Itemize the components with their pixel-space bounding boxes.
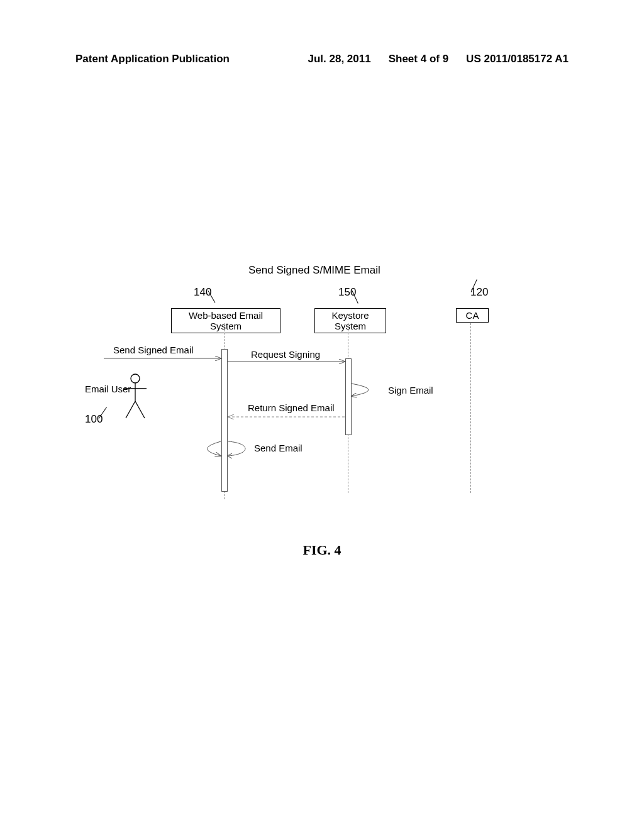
msg-sign-email: Sign Email bbox=[388, 385, 433, 396]
header-right: Jul. 28, 2011 Sheet 4 of 9 US 2011/01851… bbox=[308, 53, 569, 65]
header-date: Jul. 28, 2011 bbox=[308, 53, 371, 65]
box-keystore-system: Keystore System bbox=[314, 308, 386, 333]
header-left: Patent Application Publication bbox=[75, 53, 230, 65]
diagram-svg bbox=[85, 264, 550, 516]
sequence-diagram: Send Signed S/MIME Email 140 150 120 100… bbox=[85, 264, 550, 516]
header-pubno: US 2011/0185172 A1 bbox=[466, 53, 569, 65]
msg-return-signed-email: Return Signed Email bbox=[248, 402, 335, 413]
email-user-icon bbox=[124, 374, 147, 418]
box-ca: CA bbox=[456, 308, 489, 323]
actor-email-user: Email User bbox=[85, 384, 131, 394]
activation-keystore bbox=[345, 358, 352, 435]
page-header: Patent Application Publication Jul. 28, … bbox=[0, 53, 644, 65]
box-web-email-system: Web-based Email System bbox=[171, 308, 280, 333]
figure-caption: FIG. 4 bbox=[0, 542, 644, 558]
diagram-title: Send Signed S/MIME Email bbox=[248, 264, 380, 277]
msg-send-email: Send Email bbox=[254, 443, 303, 453]
svg-line-3 bbox=[126, 401, 135, 418]
svg-line-4 bbox=[135, 401, 145, 418]
msg-send-signed-email: Send Signed Email bbox=[113, 345, 194, 355]
lifeline-ca bbox=[470, 323, 471, 493]
header-sheet: Sheet 4 of 9 bbox=[389, 53, 448, 65]
activation-web bbox=[221, 349, 228, 492]
msg-request-signing: Request Signing bbox=[251, 349, 320, 360]
svg-point-0 bbox=[131, 374, 140, 383]
